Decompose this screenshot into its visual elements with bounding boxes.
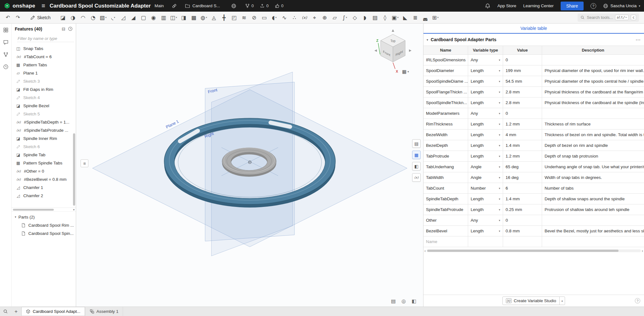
- variable-value-cell[interactable]: 1.4 mm: [503, 194, 542, 204]
- variable-value-cell[interactable]: 1.4 mm: [503, 140, 542, 151]
- variable-value-cell[interactable]: 65 deg: [503, 162, 542, 172]
- variable-description-cell[interactable]: Underhang angle of snap tab. Use what yo…: [542, 162, 644, 172]
- branch-count[interactable]: 0: [245, 3, 254, 8]
- feature-list-flyout-button[interactable]: ≡: [81, 159, 88, 167]
- variable-name-cell[interactable]: BezelBevel: [423, 226, 468, 236]
- search-tabs-button[interactable]: [0, 307, 11, 316]
- document-tab[interactable]: Cardboard Spool Adapt...: [21, 307, 85, 316]
- replace-face-tool[interactable]: ▭: [260, 13, 269, 23]
- variable-name-cell[interactable]: Other: [423, 215, 468, 226]
- rotate-right-arrow[interactable]: [409, 49, 412, 52]
- variable-name-cell[interactable]: SpindleTabProtrude: [423, 204, 468, 215]
- feature-item[interactable]: ◪Spindle Tab: [12, 151, 76, 159]
- feature-item[interactable]: ◪Spindle Bezel: [12, 102, 76, 110]
- rotate-left-arrow[interactable]: [374, 49, 377, 52]
- variable-panel-tab[interactable]: (x): [412, 173, 421, 182]
- variable-name-cell[interactable]: SpoolSpindleDiame ...: [423, 76, 468, 87]
- horizontal-scrollbar[interactable]: ‹ ›: [423, 248, 644, 253]
- offset-surface-tool[interactable]: ≋: [239, 13, 249, 23]
- document-tab[interactable]: Assembly 1: [85, 307, 123, 316]
- frame-tool[interactable]: ▣▾: [390, 13, 400, 23]
- variable-description-cell[interactable]: Physical diameter of the spools central …: [542, 76, 644, 87]
- model-panel-tab[interactable]: ▦: [412, 151, 421, 159]
- feature-list-hscrollbar[interactable]: ▾: [12, 208, 76, 211]
- feature-item[interactable]: (x)#SpindleTabDepth = 1...: [12, 118, 76, 126]
- feature-item[interactable]: ◫Snap Tabs: [12, 44, 76, 53]
- variable-value-cell[interactable]: 2.8 mm: [503, 97, 542, 108]
- variable-type-dropdown[interactable]: Length▾: [468, 130, 503, 140]
- variable-value-cell[interactable]: 199 mm: [503, 65, 542, 76]
- feature-item[interactable]: ▩Pattern Tabs: [12, 61, 76, 69]
- revolve-tool[interactable]: ◑: [68, 13, 78, 23]
- section-panel-tab[interactable]: ◧: [412, 162, 421, 170]
- trim-tool[interactable]: ◛: [421, 13, 430, 23]
- rib-tool[interactable]: ▥: [159, 13, 168, 23]
- sketch-button[interactable]: Sketch: [27, 13, 54, 23]
- variable-type-dropdown[interactable]: Length▾: [468, 151, 503, 162]
- draft-tool[interactable]: ◢: [129, 13, 138, 23]
- variable-description-cell[interactable]: [542, 108, 644, 119]
- variable-table-tab[interactable]: Variable table: [423, 24, 644, 34]
- variable-value-cell[interactable]: 1.2 mm: [503, 119, 542, 130]
- rotate-up-arrow[interactable]: [392, 29, 394, 32]
- main-menu-icon[interactable]: ≡: [42, 2, 45, 9]
- vertical-scrollbar[interactable]: [73, 133, 75, 206]
- part-item[interactable]: Cardboard Spool Spin...: [12, 229, 76, 237]
- variable-type-dropdown[interactable]: Length▾: [468, 204, 503, 215]
- feature-item[interactable]: ▩Pattern Spindle Tabs: [12, 159, 76, 167]
- sm-tab-tool[interactable]: ▤: [370, 13, 380, 23]
- more-options-icon[interactable]: ⋯: [636, 37, 641, 43]
- variable-description-cell[interactable]: Physical thickness of the cardboard at t…: [542, 87, 644, 97]
- document-title[interactable]: Cardboard Spool Customizable Adapter: [50, 3, 151, 9]
- corner-tool[interactable]: ◊: [380, 13, 390, 23]
- versions-icon[interactable]: [3, 52, 8, 57]
- new-variable-name-input[interactable]: Name: [423, 236, 468, 247]
- thicken-tool[interactable]: ▧▾: [98, 13, 108, 23]
- appearance-panel-tab[interactable]: ▤: [412, 139, 421, 148]
- notifications-bell-icon[interactable]: [485, 3, 490, 9]
- variable-description-cell[interactable]: [542, 55, 644, 65]
- history-icon[interactable]: [3, 64, 8, 69]
- chevron-down-icon[interactable]: ▾: [73, 208, 75, 211]
- graphics-viewport[interactable]: Front Plane 1 Right: [76, 24, 423, 307]
- feature-item[interactable]: Sketch 6: [12, 142, 76, 151]
- part-item[interactable]: Cardboard Spool Rim ...: [12, 221, 76, 229]
- workspace-name[interactable]: Main: [154, 3, 164, 8]
- variable-value-cell[interactable]: 0: [503, 55, 542, 65]
- variable-value-cell[interactable]: 4 mm: [503, 130, 542, 140]
- variable-type-dropdown[interactable]: Length▾: [468, 140, 503, 151]
- variable-value-cell[interactable]: 0: [503, 215, 542, 226]
- variable-value-cell[interactable]: 0: [503, 108, 542, 119]
- transform-tool[interactable]: ╋: [219, 13, 229, 23]
- circular-pattern-tool[interactable]: ◍▾: [199, 13, 209, 23]
- sweep-tool[interactable]: ◠: [78, 13, 88, 23]
- share-button[interactable]: Share: [561, 2, 584, 10]
- modify-fillet-tool[interactable]: ◖▾: [270, 13, 279, 23]
- variable-type-dropdown[interactable]: Length▾: [468, 226, 503, 236]
- feature-item[interactable]: (x)#TabCount = 6: [12, 53, 76, 61]
- variable-name-cell[interactable]: BezelWidth: [423, 130, 468, 140]
- collapse-nodes-icon[interactable]: ⊟: [62, 26, 65, 31]
- record-animation-icon[interactable]: ◎: [401, 298, 406, 304]
- feature-item[interactable]: ▱Plane 1: [12, 69, 76, 77]
- move-face-tool[interactable]: ◰: [229, 13, 239, 23]
- variable-name-cell[interactable]: TabUnderhang: [423, 162, 468, 172]
- split-tool[interactable]: ◨: [179, 13, 188, 23]
- section-view-icon[interactable]: ◧: [412, 298, 416, 304]
- sheet-metal-tool[interactable]: ◇: [350, 13, 360, 23]
- variable-type-dropdown[interactable]: Any▾: [468, 215, 503, 226]
- delete-face-tool[interactable]: ⊘: [249, 13, 259, 23]
- feature-item[interactable]: Sketch 3: [12, 77, 76, 85]
- variable-name-cell[interactable]: TabWidth: [423, 172, 468, 183]
- variable-description-cell[interactable]: Thickness of bezel on rim and spindle. T…: [542, 130, 644, 140]
- undo-button[interactable]: ↶: [3, 13, 13, 23]
- view-cube[interactable]: Top Front Right Z X: [369, 25, 419, 76]
- feature-item[interactable]: Sketch 5: [12, 110, 76, 118]
- curve-tool[interactable]: ∫▾: [340, 13, 350, 23]
- measure-tool[interactable]: ⌖: [310, 13, 319, 23]
- variable-description-cell[interactable]: Physical diameter of the spool, used for…: [542, 65, 644, 76]
- variable-type-dropdown[interactable]: Angle▾: [468, 162, 503, 172]
- extrude-tool[interactable]: ◪: [58, 13, 68, 23]
- feature-item[interactable]: (x)#Other = 0: [12, 167, 76, 175]
- variable-value-cell[interactable]: 16 deg: [503, 172, 542, 183]
